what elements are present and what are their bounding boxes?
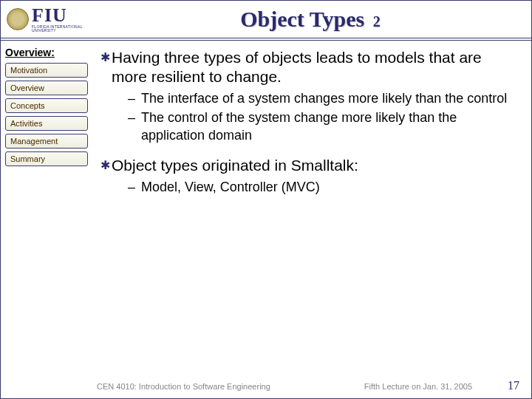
sidebar-item-label: Overview (10, 83, 44, 92)
page-number: 17 (508, 379, 519, 392)
bullet: ✱ Object types originated in Smalltalk: (98, 156, 514, 175)
star-bullet-icon: ✱ (98, 48, 112, 67)
footer: CEN 4010: Introduction to Software Engin… (1, 379, 531, 392)
bullet-text: Object types originated in Smalltalk: (112, 156, 358, 175)
sub-bullet: – Model, View, Controller (MVC) (128, 178, 514, 196)
sub-bullet: – The control of the system change more … (128, 109, 514, 144)
logo: FIU FLORIDA INTERNATIONAL UNIVERSITY (7, 5, 95, 33)
sidebar: Overview: Motivation Overview Concepts A… (1, 41, 95, 398)
bullet-text: Having three types of objects leads to m… (112, 48, 514, 86)
sidebar-item-label: Management (10, 137, 58, 146)
logo-main: FIU (32, 6, 95, 25)
slide-title: Object Types 2 (95, 7, 525, 32)
sub-list: – The interface of a system changes more… (128, 89, 514, 144)
sub-list: – Model, View, Controller (MVC) (128, 178, 514, 196)
dash-bullet-icon: – (128, 89, 141, 107)
title-sub: 2 (373, 13, 381, 30)
sidebar-item-activities[interactable]: Activities (5, 116, 88, 131)
sidebar-item-overview[interactable]: Overview (5, 81, 88, 95)
dash-bullet-icon: – (128, 178, 141, 196)
sub-bullet-text: Model, View, Controller (MVC) (141, 178, 320, 196)
sidebar-item-summary[interactable]: Summary (5, 151, 88, 166)
sidebar-item-management[interactable]: Management (5, 134, 88, 149)
header: FIU FLORIDA INTERNATIONAL UNIVERSITY Obj… (1, 1, 531, 41)
sidebar-item-label: Activities (10, 119, 42, 128)
sub-bullet-text: The control of the system change more li… (141, 109, 514, 144)
logo-sub: FLORIDA INTERNATIONAL UNIVERSITY (32, 25, 95, 33)
logo-text: FIU FLORIDA INTERNATIONAL UNIVERSITY (32, 6, 95, 33)
slide: FIU FLORIDA INTERNATIONAL UNIVERSITY Obj… (0, 0, 532, 399)
dash-bullet-icon: – (128, 109, 141, 126)
sidebar-item-label: Motivation (10, 66, 47, 75)
sidebar-heading: Overview: (5, 47, 91, 58)
university-seal-icon (7, 8, 29, 30)
title-main: Object Types (240, 7, 364, 31)
footer-course: CEN 4010: Introduction to Software Engin… (97, 382, 270, 391)
sidebar-item-motivation[interactable]: Motivation (5, 63, 88, 78)
footer-lecture: Fifth Lecture on Jan. 31, 2005 (270, 382, 508, 391)
sub-bullet-text: The interface of a system changes more l… (141, 89, 507, 107)
sidebar-item-label: Concepts (10, 101, 44, 110)
body: Overview: Motivation Overview Concepts A… (1, 41, 531, 398)
sidebar-item-concepts[interactable]: Concepts (5, 98, 88, 113)
bullet: ✱ Having three types of objects leads to… (98, 48, 514, 86)
star-bullet-icon: ✱ (98, 156, 112, 175)
content: ✱ Having three types of objects leads to… (95, 41, 531, 398)
sidebar-item-label: Summary (10, 154, 45, 163)
sub-bullet: – The interface of a system changes more… (128, 89, 514, 107)
